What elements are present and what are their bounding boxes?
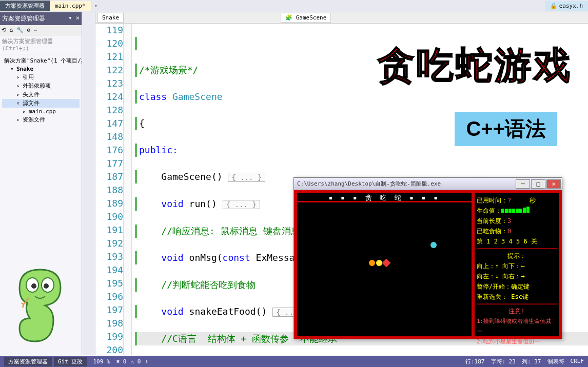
cursor-line: 行:187: [465, 358, 485, 365]
snake-dot: [382, 259, 391, 268]
game-window-title: C:\Users\zhang\Desktop\自制-贪吃蛇-简陋版.exe: [297, 180, 441, 188]
main-cpp-node[interactable]: ▹main.cpp: [2, 108, 80, 115]
svg-point-2: [31, 283, 36, 289]
solution-node[interactable]: 解决方案"Snake"(1 个项目/共 1 个): [2, 56, 80, 65]
sidebar-search[interactable]: 解决方案资源管理器(Ctrl+;): [0, 35, 82, 54]
sidebar-toolbar[interactable]: ⟲ ⌂ 🔧 ⚙ ⋯: [0, 25, 82, 35]
zoom-level[interactable]: 109 %: [93, 358, 110, 365]
warning-count[interactable]: ⚠ 0: [131, 358, 141, 365]
file-tab[interactable]: main.cpp*: [50, 1, 91, 11]
game-canvas[interactable]: ▪ ▪ ▪ 贪 吃 蛇 ▪ ▪ ▪: [297, 193, 472, 336]
game-header: ▪ ▪ ▪ 贪 吃 蛇 ▪ ▪ ▪: [297, 193, 472, 202]
line-ending[interactable]: CRLF: [571, 358, 584, 365]
project-node[interactable]: ▿Snake: [2, 65, 80, 73]
lock-icon: 🔒: [550, 3, 557, 9]
food-dot: [430, 242, 437, 248]
file-tab-right[interactable]: 🔒easyx.h: [545, 1, 588, 11]
close-button[interactable]: ×: [546, 179, 561, 189]
source-node[interactable]: ▿源文件: [2, 99, 80, 108]
line-numbers: 1191201211221231241281471481761771871881…: [95, 24, 124, 355]
cursor-col: 列: 37: [522, 358, 541, 365]
snake-dot: [369, 260, 375, 266]
fold-gutter[interactable]: [124, 24, 132, 355]
res-node[interactable]: ▹资源文件: [2, 115, 80, 124]
fold-indicator[interactable]: { ... }: [228, 173, 265, 182]
tab-arrow: ▾: [91, 3, 101, 9]
ext-node[interactable]: ▹外部依赖项: [2, 81, 80, 90]
up-icon: ↑: [145, 358, 148, 365]
game-info-panel: 已用时间：? 秒 生命值： 当前长度：3 已吃食物：0 第 1 2 3 4 5 …: [472, 193, 559, 336]
indent-mode[interactable]: 制表符: [547, 358, 564, 365]
snake-dot: [376, 260, 382, 266]
breadcrumb-project[interactable]: Snake: [97, 13, 124, 23]
breadcrumb-class[interactable]: 🧩 GameScene: [281, 13, 331, 23]
solution-explorer-tab[interactable]: 方案资源管理器: [0, 1, 50, 11]
refs-node[interactable]: ▹引用: [2, 73, 80, 81]
status-tab[interactable]: 方案资源管理器: [4, 357, 52, 366]
snake-mascot-icon: [4, 259, 76, 352]
sidebar-menu-icon[interactable]: ▾ ×: [68, 14, 80, 23]
status-tab[interactable]: Git 更改: [54, 357, 87, 366]
headers-node[interactable]: ▹头文件: [2, 90, 80, 99]
minimize-button[interactable]: ─: [516, 179, 530, 189]
game-window: C:\Users\zhang\Desktop\自制-贪吃蛇-简陋版.exe ─ …: [293, 177, 562, 339]
cursor-char: 字符: 23: [491, 358, 516, 365]
video-subtitle-overlay: C++语法: [455, 112, 557, 146]
status-bar: 方案资源管理器 Git 更改 109 % ✖ 0 ⚠ 0 ↑ 行:187 字符:…: [0, 356, 588, 367]
sidebar-title: 方案资源管理器: [2, 14, 45, 23]
error-count[interactable]: ✖ 0: [116, 358, 127, 365]
svg-point-3: [44, 283, 49, 289]
maximize-button[interactable]: □: [531, 179, 545, 189]
video-title-overlay: 贪吃蛇游戏: [378, 41, 573, 90]
